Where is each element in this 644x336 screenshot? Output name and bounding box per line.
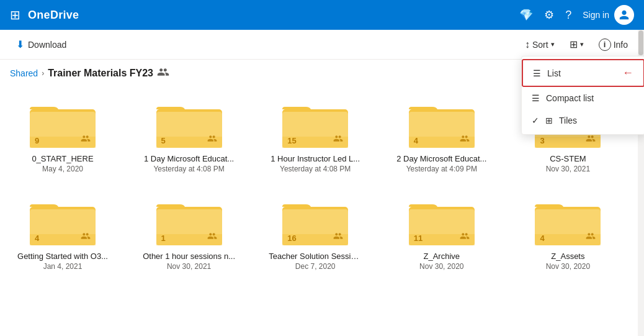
folder-date: Nov 30, 2021 xyxy=(167,262,211,271)
toolbar-right: ↕ Sort ▾ ⊞ ▾ i Info xyxy=(519,35,634,55)
download-icon: ⬇ xyxy=(16,39,24,50)
dropdown-item-compact-list[interactable]: ☰ Compact list xyxy=(522,87,644,109)
folder-count: 1 xyxy=(161,234,166,243)
tiles-label: Tiles xyxy=(559,116,577,125)
folder-icon-wrap: 4 xyxy=(408,96,476,152)
settings-icon[interactable]: ⚙ xyxy=(544,8,554,22)
folder-count: 9 xyxy=(35,136,39,145)
folder-icon-wrap: 9 xyxy=(29,96,97,152)
folder-date: Dec 7, 2020 xyxy=(295,262,336,271)
folder-icon-wrap: 11 xyxy=(408,193,476,249)
app-header: ⊞ OneDrive 💎 ⚙ ? Sign in xyxy=(0,0,644,30)
tiles-grid-icon: ⊞ xyxy=(545,116,553,125)
folder-date: Yesterday at 4:08 PM xyxy=(153,165,224,173)
info-button[interactable]: i Info xyxy=(593,35,634,55)
dropdown-item-list[interactable]: ☰ List ← xyxy=(522,59,644,87)
download-label: Download xyxy=(28,40,66,50)
folder-date: Yesterday at 4:08 PM xyxy=(280,165,351,173)
arrow-right-icon: ← xyxy=(622,66,633,79)
folder-name: 0_START_HERE xyxy=(32,154,93,163)
folder-share-icon xyxy=(460,134,470,145)
folder-share-icon xyxy=(207,231,217,243)
folder-count: 5 xyxy=(161,136,166,145)
tiles-check-icon: ✓ xyxy=(532,116,539,125)
breadcrumb-separator: › xyxy=(42,69,44,78)
folder-item[interactable]: 15 1 Hour Instructor Led L... Yesterday … xyxy=(262,91,368,178)
folder-item[interactable]: 4 Z_Assets Nov 30, 2020 xyxy=(515,188,620,276)
folder-share-icon xyxy=(333,231,343,243)
sort-icon: ↕ xyxy=(525,39,530,50)
view-button[interactable]: ⊞ ▾ xyxy=(563,35,590,54)
folder-name: Teacher Solution Session... xyxy=(269,252,362,261)
view-dropdown: ☰ List ← ☰ Compact list ✓ ⊞ Tiles xyxy=(521,56,644,135)
breadcrumb-shared[interactable]: Shared xyxy=(10,68,38,78)
sort-button[interactable]: ↕ Sort ▾ xyxy=(519,35,561,54)
folder-share-icon xyxy=(586,231,596,243)
folder-date: Yesterday at 4:09 PM xyxy=(406,165,477,173)
info-label: Info xyxy=(614,40,628,50)
folder-count: 11 xyxy=(414,234,423,243)
list-label: List xyxy=(547,68,561,78)
signin-label: Sign in xyxy=(583,10,609,20)
breadcrumb-current: Trainer Materials FY23 xyxy=(48,68,153,79)
folder-item[interactable]: 5 1 Day Microsoft Educat... Yesterday at… xyxy=(136,91,242,178)
folder-name: 1 Day Microsoft Educat... xyxy=(144,154,234,163)
folder-count: 4 xyxy=(414,136,418,145)
folder-icon-wrap: 15 xyxy=(281,96,349,152)
folder-name: 1 Hour Instructor Led L... xyxy=(271,154,360,163)
view-chevron-icon: ▾ xyxy=(580,40,584,48)
folder-date: Nov 30, 2021 xyxy=(546,165,590,173)
folder-name: Z_Assets xyxy=(551,252,584,261)
folder-name: 2 Day Microsoft Educat... xyxy=(396,154,486,163)
scrollbar-thumb[interactable] xyxy=(638,30,643,55)
folder-item[interactable]: 1 Other 1 hour sessions n... Nov 30, 202… xyxy=(136,188,242,276)
folder-share-icon xyxy=(460,231,470,243)
folder-count: 4 xyxy=(540,234,544,243)
view-grid-icon: ⊞ xyxy=(570,39,578,50)
folder-share-icon xyxy=(81,134,91,145)
folder-item[interactable]: 16 Teacher Solution Session... Dec 7, 20… xyxy=(262,188,368,276)
waffle-icon[interactable]: ⊞ xyxy=(10,7,20,22)
folder-item[interactable]: 11 Z_Archive Nov 30, 2020 xyxy=(389,188,494,276)
folder-icon-wrap: 1 xyxy=(155,193,223,249)
sort-label: Sort xyxy=(532,40,548,50)
header-icons: 💎 ⚙ ? Sign in xyxy=(519,5,634,25)
app-title: OneDrive xyxy=(28,9,79,22)
help-icon[interactable]: ? xyxy=(565,9,571,22)
folder-share-icon xyxy=(207,134,217,145)
folder-count: 4 xyxy=(35,234,39,243)
download-button[interactable]: ⬇ Download xyxy=(10,35,73,54)
list-icon: ☰ xyxy=(533,68,541,78)
compact-list-icon: ☰ xyxy=(532,93,540,103)
folder-item[interactable]: 4 Getting Started with O3... Jan 4, 2021 xyxy=(10,188,115,276)
folder-count: 3 xyxy=(540,136,544,145)
compact-list-label: Compact list xyxy=(546,93,594,103)
folder-icon-wrap: 5 xyxy=(155,96,223,152)
folder-share-icon xyxy=(586,134,596,145)
folder-share-icon xyxy=(333,134,343,145)
info-icon: i xyxy=(599,39,611,51)
folder-item[interactable]: 9 0_START_HERE May 4, 2020 xyxy=(10,91,115,178)
folder-date: Jan 4, 2021 xyxy=(43,262,83,271)
folder-share-icon xyxy=(81,231,91,243)
folder-date: Nov 30, 2020 xyxy=(546,262,590,271)
folder-icon-wrap: 4 xyxy=(29,193,97,249)
dropdown-item-tiles[interactable]: ✓ ⊞ Tiles xyxy=(522,109,644,132)
group-icon xyxy=(157,66,169,81)
folder-date: Nov 30, 2020 xyxy=(419,262,463,271)
folder-icon-wrap: 4 xyxy=(534,193,602,249)
premium-icon[interactable]: 💎 xyxy=(519,8,533,22)
folder-date: May 4, 2020 xyxy=(42,165,83,173)
signin-button[interactable]: Sign in xyxy=(583,5,634,25)
folder-icon-wrap: 16 xyxy=(281,193,349,249)
sort-chevron-icon: ▾ xyxy=(551,40,555,48)
folder-item[interactable]: 4 2 Day Microsoft Educat... Yesterday at… xyxy=(389,91,494,178)
folder-count: 15 xyxy=(287,136,296,145)
folder-name: Z_Archive xyxy=(424,252,460,261)
toolbar: ⬇ Download ↕ Sort ▾ ⊞ ▾ i Info xyxy=(0,30,644,60)
avatar xyxy=(614,5,634,25)
folder-name: Other 1 hour sessions n... xyxy=(143,252,235,261)
folder-name: Getting Started with O3... xyxy=(17,252,108,261)
folder-name: CS-STEM xyxy=(550,154,586,163)
folder-count: 16 xyxy=(287,234,296,243)
